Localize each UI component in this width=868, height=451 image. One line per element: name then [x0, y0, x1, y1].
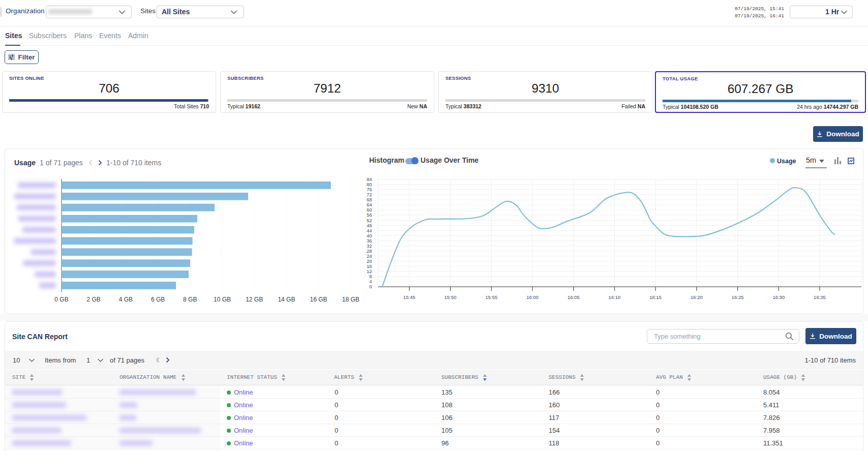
svg-text:14 GB: 14 GB [278, 296, 295, 303]
svg-text:2 GB: 2 GB [87, 296, 101, 303]
svg-text:36: 36 [367, 238, 372, 244]
svg-text:32: 32 [367, 243, 372, 249]
svg-text:16:00: 16:00 [526, 294, 538, 300]
svg-text:28: 28 [367, 248, 372, 254]
svg-text:56: 56 [367, 212, 372, 218]
svg-text:40: 40 [367, 233, 372, 238]
svg-text:16:35: 16:35 [814, 294, 826, 300]
svg-text:16: 16 [367, 263, 372, 269]
svg-text:16:25: 16:25 [732, 294, 744, 300]
svg-text:80: 80 [367, 182, 372, 187]
svg-text:15:50: 15:50 [444, 294, 457, 300]
svg-text:8 GB: 8 GB [183, 296, 197, 303]
svg-text:72: 72 [367, 192, 372, 197]
svg-text:16:15: 16:15 [649, 294, 662, 300]
svg-text:64: 64 [367, 202, 372, 207]
svg-text:18 GB: 18 GB [342, 296, 360, 303]
svg-text:12 GB: 12 GB [246, 296, 263, 303]
svg-text:8: 8 [369, 274, 372, 279]
svg-text:15:55: 15:55 [486, 294, 498, 300]
svg-text:16:20: 16:20 [691, 294, 703, 300]
svg-text:4 GB: 4 GB [119, 296, 133, 303]
svg-text:16:30: 16:30 [772, 294, 785, 300]
svg-text:0: 0 [369, 284, 372, 289]
svg-text:48: 48 [367, 223, 372, 228]
svg-text:68: 68 [367, 197, 372, 202]
svg-text:16 GB: 16 GB [310, 296, 327, 303]
svg-text:52: 52 [367, 218, 372, 223]
svg-text:60: 60 [367, 207, 372, 213]
svg-text:16:05: 16:05 [567, 294, 580, 300]
svg-text:20: 20 [367, 258, 372, 264]
svg-text:6 GB: 6 GB [151, 296, 165, 303]
svg-text:10 GB: 10 GB [214, 296, 231, 303]
svg-text:0 GB: 0 GB [54, 296, 68, 303]
svg-text:84: 84 [367, 176, 372, 182]
svg-text:76: 76 [367, 187, 372, 192]
svg-text:16:10: 16:10 [609, 294, 621, 300]
svg-text:44: 44 [367, 228, 372, 233]
svg-text:24: 24 [367, 253, 372, 259]
svg-text:4: 4 [369, 279, 372, 284]
svg-text:12: 12 [367, 268, 372, 274]
svg-text:15:45: 15:45 [403, 294, 415, 300]
